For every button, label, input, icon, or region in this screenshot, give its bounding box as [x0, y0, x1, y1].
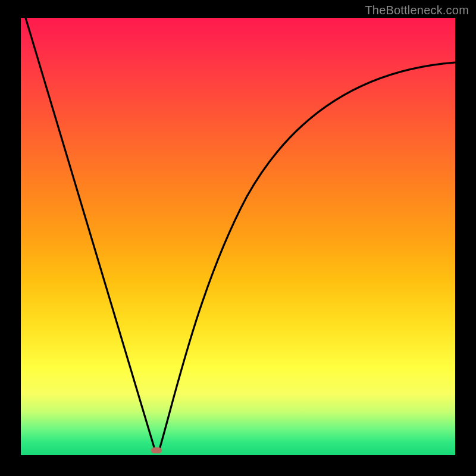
optimal-point-marker	[151, 447, 162, 453]
bottleneck-curve	[21, 18, 455, 455]
curve-path	[26, 18, 455, 452]
plot-area	[21, 18, 455, 455]
chart-frame: TheBottleneck.com	[0, 0, 476, 476]
watermark-label: TheBottleneck.com	[365, 4, 469, 17]
